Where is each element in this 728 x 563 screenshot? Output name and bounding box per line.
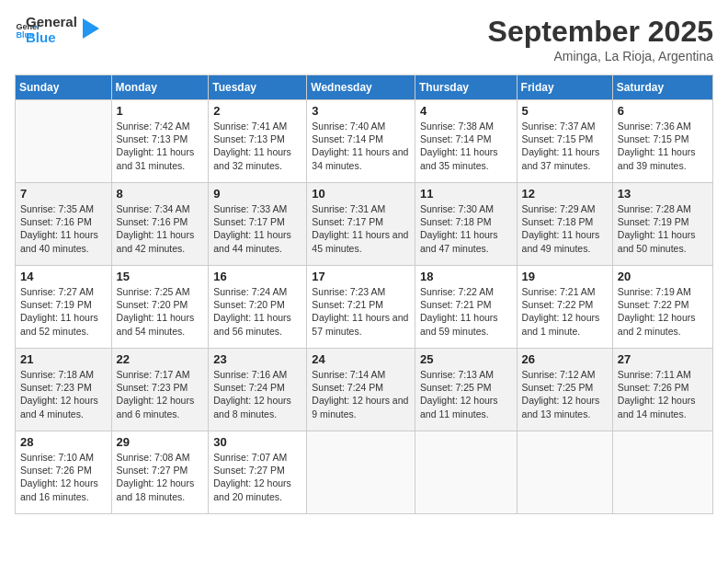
sunrise-text: Sunrise: 7:28 AM (618, 202, 708, 215)
day-cell: 5Sunrise: 7:37 AMSunset: 7:15 PMDaylight… (517, 100, 612, 183)
sunrise-text: Sunrise: 7:24 AM (213, 285, 301, 298)
day-number: 15 (117, 270, 204, 283)
sunset-text: Sunset: 7:25 PM (522, 381, 608, 394)
day-cell: 9Sunrise: 7:33 AMSunset: 7:17 PMDaylight… (209, 183, 307, 266)
day-number: 14 (20, 270, 107, 283)
daylight-text: Daylight: 12 hours and 16 minutes. (20, 477, 107, 502)
day-cell: 1Sunrise: 7:42 AMSunset: 7:13 PMDaylight… (111, 100, 209, 183)
day-info: Sunrise: 7:36 AMSunset: 7:15 PMDaylight:… (618, 120, 708, 172)
sunset-text: Sunset: 7:13 PM (213, 132, 301, 145)
day-info: Sunrise: 7:25 AMSunset: 7:20 PMDaylight:… (117, 285, 204, 338)
day-number: 5 (522, 104, 608, 118)
day-info: Sunrise: 7:38 AMSunset: 7:14 PMDaylight:… (420, 120, 512, 172)
day-cell: 30Sunrise: 7:07 AMSunset: 7:27 PMDayligh… (209, 431, 307, 514)
calendar-title: September 2025 (488, 15, 713, 49)
day-info: Sunrise: 7:30 AMSunset: 7:18 PMDaylight:… (420, 202, 512, 255)
daylight-text: Daylight: 11 hours and 35 minutes. (420, 145, 512, 171)
day-number: 24 (312, 352, 410, 366)
daylight-text: Daylight: 11 hours and 31 minutes. (117, 145, 204, 171)
sunset-text: Sunset: 7:17 PM (213, 215, 301, 228)
day-number: 27 (618, 352, 708, 366)
sunrise-text: Sunrise: 7:31 AM (312, 202, 410, 215)
day-info: Sunrise: 7:19 AMSunset: 7:22 PMDaylight:… (618, 285, 708, 338)
day-cell: 26Sunrise: 7:12 AMSunset: 7:25 PMDayligh… (517, 349, 612, 431)
day-info: Sunrise: 7:16 AMSunset: 7:24 PMDaylight:… (213, 368, 301, 420)
day-cell: 16Sunrise: 7:24 AMSunset: 7:20 PMDayligh… (209, 266, 307, 349)
day-number: 9 (213, 187, 301, 201)
day-info: Sunrise: 7:22 AMSunset: 7:21 PMDaylight:… (420, 285, 512, 338)
day-number: 16 (213, 270, 301, 283)
day-cell: 14Sunrise: 7:27 AMSunset: 7:19 PMDayligh… (16, 266, 112, 349)
daylight-text: Daylight: 12 hours and 14 minutes. (618, 394, 708, 419)
sunrise-text: Sunrise: 7:18 AM (20, 368, 107, 381)
sunset-text: Sunset: 7:13 PM (117, 132, 204, 145)
week-row-1: 1Sunrise: 7:42 AMSunset: 7:13 PMDaylight… (16, 100, 713, 183)
header-cell-thursday: Thursday (415, 75, 517, 100)
sunset-text: Sunset: 7:24 PM (213, 381, 301, 394)
sunrise-text: Sunrise: 7:27 AM (20, 285, 107, 298)
day-number: 19 (522, 270, 608, 283)
logo-general: General (26, 15, 77, 30)
day-number: 22 (117, 352, 204, 366)
day-cell: 28Sunrise: 7:10 AMSunset: 7:26 PMDayligh… (16, 431, 112, 514)
sunset-text: Sunset: 7:14 PM (420, 132, 512, 145)
sunrise-text: Sunrise: 7:29 AM (522, 202, 608, 215)
day-info: Sunrise: 7:18 AMSunset: 7:23 PMDaylight:… (20, 368, 107, 420)
sunrise-text: Sunrise: 7:25 AM (117, 285, 204, 298)
sunset-text: Sunset: 7:16 PM (20, 215, 107, 228)
day-info: Sunrise: 7:29 AMSunset: 7:18 PMDaylight:… (522, 202, 608, 255)
sunrise-text: Sunrise: 7:38 AM (420, 120, 512, 132)
day-info: Sunrise: 7:08 AMSunset: 7:27 PMDaylight:… (117, 451, 204, 503)
day-info: Sunrise: 7:14 AMSunset: 7:24 PMDaylight:… (312, 368, 410, 420)
day-cell: 24Sunrise: 7:14 AMSunset: 7:24 PMDayligh… (307, 349, 415, 431)
day-number: 30 (213, 435, 301, 449)
sunset-text: Sunset: 7:14 PM (312, 132, 410, 145)
day-number: 18 (420, 270, 512, 283)
day-number: 4 (420, 104, 512, 118)
sunrise-text: Sunrise: 7:22 AM (420, 285, 512, 298)
header-row: SundayMondayTuesdayWednesdayThursdayFrid… (16, 75, 713, 100)
daylight-text: Daylight: 11 hours and 56 minutes. (213, 311, 301, 337)
day-info: Sunrise: 7:11 AMSunset: 7:26 PMDaylight:… (618, 368, 708, 420)
day-info: Sunrise: 7:33 AMSunset: 7:17 PMDaylight:… (213, 202, 301, 255)
sunset-text: Sunset: 7:22 PM (522, 298, 608, 311)
sunset-text: Sunset: 7:15 PM (618, 132, 708, 145)
daylight-text: Daylight: 11 hours and 59 minutes. (420, 311, 512, 337)
daylight-text: Daylight: 11 hours and 37 minutes. (522, 145, 608, 171)
daylight-text: Daylight: 11 hours and 44 minutes. (213, 228, 301, 254)
sunset-text: Sunset: 7:22 PM (618, 298, 708, 311)
day-cell: 11Sunrise: 7:30 AMSunset: 7:18 PMDayligh… (415, 183, 517, 266)
day-info: Sunrise: 7:37 AMSunset: 7:15 PMDaylight:… (522, 120, 608, 172)
day-cell (16, 100, 112, 183)
svg-marker-3 (83, 18, 99, 39)
day-cell: 22Sunrise: 7:17 AMSunset: 7:23 PMDayligh… (111, 349, 209, 431)
day-info: Sunrise: 7:17 AMSunset: 7:23 PMDaylight:… (117, 368, 204, 420)
day-cell: 2Sunrise: 7:41 AMSunset: 7:13 PMDaylight… (209, 100, 307, 183)
day-number: 13 (618, 187, 708, 201)
sunset-text: Sunset: 7:20 PM (117, 298, 204, 311)
day-cell: 10Sunrise: 7:31 AMSunset: 7:17 PMDayligh… (307, 183, 415, 266)
day-info: Sunrise: 7:27 AMSunset: 7:19 PMDaylight:… (20, 285, 107, 338)
calendar-table: SundayMondayTuesdayWednesdayThursdayFrid… (15, 75, 713, 514)
day-info: Sunrise: 7:34 AMSunset: 7:16 PMDaylight:… (117, 202, 204, 255)
day-number: 25 (420, 352, 512, 366)
day-info: Sunrise: 7:24 AMSunset: 7:20 PMDaylight:… (213, 285, 301, 338)
sunrise-text: Sunrise: 7:07 AM (213, 451, 301, 464)
daylight-text: Daylight: 11 hours and 32 minutes. (213, 145, 301, 171)
header-cell-wednesday: Wednesday (307, 75, 415, 100)
page-header: General Blue General Blue September 2025… (15, 15, 713, 63)
daylight-text: Daylight: 12 hours and 13 minutes. (522, 394, 608, 419)
sunset-text: Sunset: 7:17 PM (312, 215, 410, 228)
day-number: 23 (213, 352, 301, 366)
daylight-text: Daylight: 11 hours and 49 minutes. (522, 228, 608, 254)
sunrise-text: Sunrise: 7:19 AM (618, 285, 708, 298)
daylight-text: Daylight: 11 hours and 34 minutes. (312, 145, 410, 171)
day-cell (517, 431, 612, 514)
sunset-text: Sunset: 7:16 PM (117, 215, 204, 228)
day-info: Sunrise: 7:31 AMSunset: 7:17 PMDaylight:… (312, 202, 410, 255)
week-row-4: 21Sunrise: 7:18 AMSunset: 7:23 PMDayligh… (16, 349, 713, 431)
day-cell: 7Sunrise: 7:35 AMSunset: 7:16 PMDaylight… (16, 183, 112, 266)
day-cell: 21Sunrise: 7:18 AMSunset: 7:23 PMDayligh… (16, 349, 112, 431)
week-row-3: 14Sunrise: 7:27 AMSunset: 7:19 PMDayligh… (16, 266, 713, 349)
day-number: 3 (312, 104, 410, 118)
